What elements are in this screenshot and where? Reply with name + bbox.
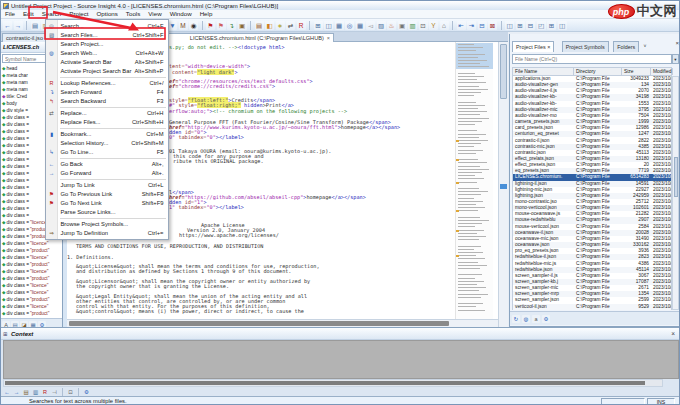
column-header-directory[interactable]: Directory [574, 68, 622, 75]
remove-block-icon[interactable]: ⊟ [478, 21, 487, 30]
menubar-item-file[interactable]: File [1, 10, 19, 18]
green-book-icon[interactable]: ▥ [408, 21, 417, 30]
symbol-item-div-class[interactable]: ◆div class ="product" [1, 261, 62, 268]
project-panel-close-icon[interactable]: × [675, 40, 679, 46]
file-row-verticool-il-json[interactable]: verticool-il.jsonC:\Program File95292023… [513, 304, 671, 310]
doc-star-icon[interactable]: ∗ [276, 21, 285, 30]
new-file-icon[interactable]: ▤ [31, 21, 40, 30]
grid-icon[interactable]: ▦ [356, 21, 365, 30]
symbol-item-div-class[interactable]: ◆div class ="licence" [1, 240, 62, 247]
symbol-item-div-class[interactable]: ◆div class ="licence" [1, 282, 62, 289]
context-horizontal-scrollbar[interactable] [3, 379, 663, 387]
editor-vertical-scrollbar[interactable] [498, 42, 508, 327]
symbol-item-div-class[interactable]: ◆div class ="product" [1, 247, 62, 254]
menubar-item-tools[interactable]: Tools [122, 10, 144, 18]
menu-item-browse-project-symbols[interactable]: Browse Project Symbols... [46, 220, 168, 229]
menubar-item-view[interactable]: View [144, 10, 165, 18]
refresh-icon[interactable]: ↻ [512, 315, 520, 323]
ctx-print-icon[interactable]: ⊡ [67, 388, 75, 396]
preview-icon[interactable]: ▣ [398, 21, 407, 30]
menu-item-search[interactable]: ◎Search...Ctrl+F [46, 22, 168, 31]
menu-item-search-files[interactable]: ▨Search Files...Ctrl+Shift+F [46, 31, 168, 40]
yank-icon[interactable]: Y [429, 21, 438, 30]
layout-1-icon[interactable]: ◫ [505, 21, 514, 30]
menu-item-search-project[interactable]: Search Project... [46, 40, 168, 49]
menu-item-activate-search-bar[interactable]: Activate Search BarAlt+Shift+F [46, 58, 168, 67]
indent-right-icon[interactable]: ⇥ [467, 21, 476, 30]
ctx-settings-icon[interactable]: ⚙ [83, 388, 91, 396]
web-icon[interactable]: ◍ [522, 315, 530, 323]
save-icon[interactable]: ▼ [168, 21, 177, 30]
goto-ref-icon[interactable]: ↴ [227, 21, 236, 30]
layout-6-icon[interactable]: ◫ [558, 21, 567, 30]
column-header-modified[interactable]: Modified [651, 68, 673, 75]
tab-dropdown-icon[interactable]: ˅ [644, 43, 647, 49]
ctx-doc-icon[interactable]: ▤ [22, 388, 30, 396]
filter-abc-icon[interactable]: a [532, 315, 540, 323]
menu-item-lookup-references[interactable]: RLookup References...Ctrl+/ [46, 79, 168, 88]
scrollbar-thumb[interactable] [5, 381, 645, 385]
panel-settings-icon[interactable]: ⚙ [542, 315, 550, 323]
layout-4-icon[interactable]: ◰ [537, 21, 546, 30]
references-icon[interactable]: R [297, 21, 306, 30]
menu-item-bookmark[interactable]: ▮Bookmark...Ctrl+M [46, 130, 168, 139]
layout-5-icon[interactable]: ⊞ [547, 21, 556, 30]
editor-horizontal-scrollbar[interactable] [67, 319, 498, 327]
menubar-item-window[interactable]: Window [166, 10, 196, 18]
project-icon[interactable]: ◧ [265, 21, 274, 30]
menubar-item-edit[interactable]: Edit [19, 10, 38, 18]
scrollbar-thumb[interactable] [69, 321, 449, 326]
nav-back-icon[interactable]: ← [3, 21, 12, 30]
ctx-back-icon[interactable]: ← [3, 388, 11, 396]
symbol-item-div-class[interactable]: ◆div class ="product" [1, 296, 62, 303]
menu-item-go-to-previous-link[interactable]: ⚑Go To Previous LinkShift+F8 [46, 190, 168, 199]
indent-left-icon[interactable]: ⇤ [457, 21, 466, 30]
menubar-item-search[interactable]: Search [38, 10, 66, 18]
symbols-icon[interactable]: ▨ [377, 21, 386, 30]
collapse-icon[interactable]: ◅ [366, 21, 375, 30]
ctx-ref-icon[interactable]: R [41, 388, 49, 396]
window-new-icon[interactable]: ◫ [324, 21, 333, 30]
menu-item-selection-history[interactable]: Selection History...Ctrl+Shift+M [46, 139, 168, 148]
symbol-item-div-class[interactable]: ◆div class ="licence" [1, 289, 62, 296]
menu-item-activate-project-search-bar[interactable]: Activate Project Search BarAlt+Shift+P [46, 67, 168, 76]
menu-item-parse-source-links[interactable]: Parse Source Links... [46, 208, 168, 217]
replace-icon[interactable]: ⇄ [286, 21, 295, 30]
scrollbar-thumb[interactable] [674, 157, 678, 197]
menu-item-go-to-line[interactable]: ↳Go To Line...F5 [46, 148, 168, 157]
info-icon[interactable]: ◎ [345, 21, 354, 30]
tab-folders[interactable]: Folders [613, 41, 639, 52]
column-header-size[interactable]: Size [622, 68, 651, 75]
menu-item-search-web[interactable]: ◍Search Web...Ctrl+Alt+W [46, 49, 168, 58]
tab-project-symbols[interactable]: Project Symbols [562, 41, 609, 52]
menu-item-go-back[interactable]: ←Go BackAlt+, [46, 160, 168, 169]
tab-close-icon[interactable]: × [327, 35, 330, 41]
menu-item-search-backward[interactable]: ↰Search BackwardF3 [46, 97, 168, 106]
window-list-icon[interactable]: ▦ [335, 21, 344, 30]
context-close-icon[interactable]: × [671, 328, 675, 340]
menu-item-replace-files[interactable]: Replace Files...Ctrl+Shift+H [46, 118, 168, 127]
symbol-item-div-class[interactable]: ◆div class ="licence" [1, 268, 62, 275]
menu-item-go-to-next-link[interactable]: ⚑Go To Next LinkShift+F9 [46, 199, 168, 208]
menu-item-jump-to-link[interactable]: Jump To LinkCtrl+L [46, 181, 168, 190]
flag-clear-icon[interactable]: ⚑ [217, 21, 226, 30]
print-icon[interactable]: ⊡ [419, 21, 428, 30]
layout-2-icon[interactable]: ⊞ [516, 21, 525, 30]
relation-icon[interactable]: ♨ [387, 21, 396, 30]
window-split-icon[interactable]: ⊞ [314, 21, 323, 30]
books-icon[interactable]: ▤ [255, 21, 264, 30]
edit-doc-icon[interactable]: M [179, 21, 188, 30]
symbol-item-div-class[interactable]: ◆div class ="licence" [1, 303, 62, 310]
scrollbar-thumb[interactable] [500, 44, 507, 99]
search-icon[interactable]: ◉ [189, 21, 198, 30]
editor-minimap[interactable] [455, 42, 493, 319]
home-icon[interactable]: ⌂ [440, 21, 449, 30]
ctx-book-icon[interactable]: ▥ [32, 388, 40, 396]
menu-item-search-forward[interactable]: ↴Search ForwardF4 [46, 88, 168, 97]
menubar-item-project[interactable]: Project [65, 10, 92, 18]
ctx-forward-icon[interactable]: → [13, 388, 21, 396]
symbol-item-div-class[interactable]: ◆div class ="product" [1, 310, 62, 317]
tab-project-files[interactable]: Project Files × [512, 41, 554, 52]
column-header-file-name[interactable]: File Name [513, 68, 574, 75]
filter-dropdown-icon[interactable]: ▾ [672, 54, 679, 64]
